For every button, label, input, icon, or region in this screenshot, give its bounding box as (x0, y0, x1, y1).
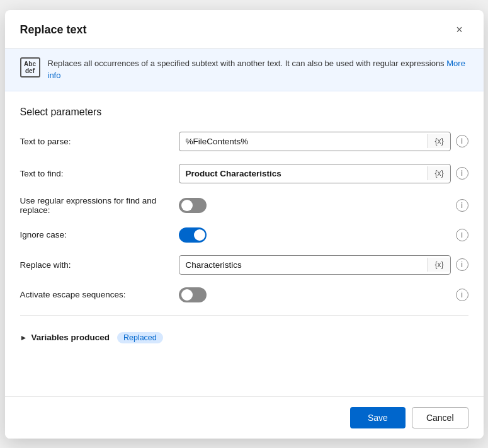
text-to-parse-input[interactable] (179, 132, 428, 151)
dialog-header: Replace text × (5, 10, 484, 49)
text-to-find-input[interactable] (179, 164, 428, 183)
text-to-parse-row: Text to parse: {x} i (20, 132, 468, 151)
regex-control: i (179, 198, 468, 213)
text-to-parse-label: Text to parse: (20, 137, 171, 146)
escape-seq-label: Activate escape sequences: (20, 290, 171, 299)
text-to-find-label: Text to find: (20, 169, 171, 178)
variables-label: Variables produced (31, 333, 110, 342)
dialog-footer: Save Cancel (5, 396, 484, 439)
variables-expand-btn[interactable]: ► Variables produced (20, 333, 110, 342)
ignore-case-info-icon[interactable]: i (456, 229, 468, 241)
regex-info-icon[interactable]: i (456, 199, 468, 212)
replace-with-var-btn[interactable]: {x} (428, 258, 450, 272)
variables-row: ► Variables produced Replaced (20, 326, 468, 353)
escape-seq-row: Activate escape sequences: i (20, 287, 468, 302)
ignore-case-slider (179, 227, 207, 243)
cancel-button[interactable]: Cancel (412, 407, 468, 428)
dialog-title: Replace text (20, 23, 87, 37)
text-to-parse-info-icon[interactable]: i (456, 135, 468, 147)
text-to-find-row: Text to find: {x} i (20, 164, 468, 183)
regex-slider (179, 198, 207, 213)
regex-label: Use regular expressions for find and rep… (20, 196, 171, 215)
escape-seq-control: i (179, 287, 468, 302)
replace-with-input[interactable] (179, 256, 428, 274)
save-button[interactable]: Save (350, 407, 406, 428)
replace-with-input-wrapper: {x} (179, 255, 451, 275)
variables-badge: Replaced (117, 332, 163, 343)
regex-row: Use regular expressions for find and rep… (20, 196, 468, 215)
banner-description: Replaces all occurrences of a specified … (48, 57, 468, 82)
replace-text-dialog: Replace text × Abcdef Replaces all occur… (5, 10, 484, 439)
text-to-find-info-icon[interactable]: i (456, 167, 468, 180)
replace-with-label: Replace with: (20, 260, 171, 270)
replace-with-info-icon[interactable]: i (456, 258, 468, 271)
ignore-case-control: i (179, 227, 468, 243)
dialog-body: Select parameters Text to parse: {x} i T… (5, 91, 484, 396)
chevron-right-icon: ► (20, 333, 28, 342)
ignore-case-row: Ignore case: i (20, 227, 468, 243)
text-to-find-input-wrapper: {x} (179, 164, 451, 183)
info-banner: Abcdef Replaces all occurrences of a spe… (5, 49, 484, 91)
text-to-parse-var-btn[interactable]: {x} (428, 134, 450, 148)
ignore-case-toggle[interactable] (179, 227, 207, 243)
escape-seq-toggle[interactable] (179, 287, 207, 302)
text-to-parse-control: {x} i (179, 132, 468, 151)
close-button[interactable]: × (451, 21, 468, 39)
banner-icon: Abcdef (20, 57, 40, 78)
text-to-parse-input-wrapper: {x} (179, 132, 451, 151)
escape-seq-slider (179, 287, 207, 302)
replace-with-row: Replace with: {x} i (20, 255, 468, 275)
replace-with-control: {x} i (179, 255, 468, 275)
text-to-find-control: {x} i (179, 164, 468, 183)
divider (20, 315, 468, 316)
escape-seq-info-icon[interactable]: i (456, 289, 468, 301)
section-title: Select parameters (20, 106, 468, 118)
ignore-case-label: Ignore case: (20, 230, 171, 239)
text-to-find-var-btn[interactable]: {x} (428, 166, 450, 180)
regex-toggle[interactable] (179, 198, 207, 213)
